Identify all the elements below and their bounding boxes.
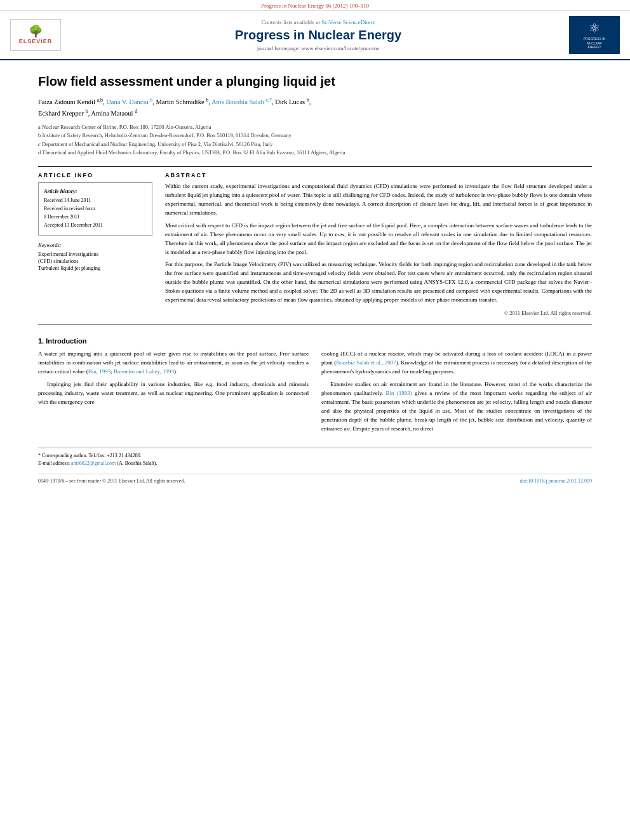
footnote-corresponding: * Corresponding author. Tel./fax: +213 2… — [38, 452, 592, 460]
article-info-label: ARTICLE INFO — [38, 172, 152, 178]
keywords-label: Keywords: — [38, 242, 152, 248]
intro-right-p2: Extensive studies on air entrainment are… — [321, 380, 592, 434]
journal-center-info: Contents lists available at SciVerse Sci… — [74, 19, 563, 51]
sciverse-label: Contents lists available at SciVerse Sci… — [74, 19, 563, 25]
homepage-line: journal homepage: www.elsevier.com/locat… — [74, 45, 563, 51]
footnote-email: E-mail address: anis6622@gmail.com (A. B… — [38, 460, 592, 467]
pne-logo: ⚛ PROGRESS INNUCLEARENERGY — [569, 16, 620, 54]
atom-icon: ⚛ — [589, 20, 600, 36]
journal-header: 🌳 ELSEVIER Contents lists available at S… — [0, 11, 630, 60]
copyright: © 2011 Elsevier Ltd. All rights reserved… — [165, 310, 592, 316]
journal-citation: Progress in Nuclear Energy 56 (2012) 100… — [261, 3, 369, 9]
abstract-divider — [38, 324, 592, 324]
article-info-col: ARTICLE INFO Article history: Received 1… — [38, 172, 152, 316]
email-link[interactable]: anis6622@gmail.com — [71, 460, 116, 466]
bousbia-link[interactable]: Bousbia Salah et al., 2007 — [336, 359, 396, 366]
abstract-p1: Within the current study, experimental i… — [165, 182, 592, 218]
keyword-2: (CFD) simulations — [38, 258, 152, 264]
affiliation-b: b Institute of Safety Research, Helmholt… — [38, 131, 592, 140]
authors-line: Faiza Zidouni Kendil a,b, Dana V. Danciu… — [38, 96, 592, 119]
article-info-abstract-section: ARTICLE INFO Article history: Received 1… — [38, 172, 592, 316]
abstract-p2: Most critical with respect to CFD is the… — [165, 222, 592, 257]
elsevier-logo-container: 🌳 ELSEVIER — [10, 19, 67, 51]
revised-date: 8 December 2011 — [44, 213, 147, 221]
author-name-1: Faiza Zidouni Kendil a,b, — [38, 98, 106, 105]
pne-logo-container: ⚛ PROGRESS INNUCLEARENERGY — [569, 16, 620, 54]
journal-citation-bar: Progress in Nuclear Energy 56 (2012) 100… — [0, 0, 630, 11]
keywords-box: Keywords: Experimental investigations (C… — [38, 242, 152, 271]
article-history-box: Article history: Received 14 June 2011 R… — [38, 182, 152, 236]
author-name-5: Dirk Lucas b, — [275, 98, 311, 105]
section-1-heading: 1. Introduction — [38, 337, 592, 345]
journal-title: Progress in Nuclear Energy — [74, 28, 563, 43]
abstract-p3: For this purpose, the Particle Image Vel… — [165, 260, 592, 305]
affiliation-d: d Theoretical and Applied Fluid Mechanic… — [38, 149, 592, 157]
author-name-2[interactable]: Dana V. Danciu b — [106, 98, 152, 105]
main-content: Flow field assessment under a plunging l… — [0, 60, 630, 497]
affiliation-a: a Nuclear Research Center of Birine, P.O… — [38, 123, 592, 132]
bin-1993-link[interactable]: Bin, 1993 — [88, 368, 111, 375]
bottom-bar: 0149-1970/$ – see front matter © 2011 El… — [38, 474, 592, 484]
corresponding-author: * Corresponding author. Tel./fax: +213 2… — [38, 453, 142, 458]
author-name-6: Eckhard Krepper b, Amina Mataoui d — [38, 110, 137, 117]
keyword-3: Turbulent liquid jet plunging — [38, 265, 152, 271]
one-word: One — [215, 390, 225, 396]
section-1-introduction: 1. Introduction A water jet impinging in… — [38, 337, 592, 437]
tree-icon: 🌳 — [29, 25, 43, 37]
bin-1993-link-2[interactable]: Bin (1993) — [386, 390, 412, 396]
received-date: Received 14 June 2011 — [44, 197, 147, 204]
abstract-label: ABSTRACT — [165, 172, 592, 178]
intro-left-p2: Impinging jets find their applicability … — [38, 380, 309, 407]
section-1-body: A water jet impinging into a quiescent p… — [38, 350, 592, 437]
revised-label: Received in revised form — [44, 205, 147, 213]
abstract-text: Within the current study, experimental i… — [165, 182, 592, 305]
elsevier-logo: 🌳 ELSEVIER — [10, 19, 61, 51]
affiliation-c: c Department of Mechanical and Nuclear E… — [38, 140, 592, 149]
paper-title: Flow field assessment under a plunging l… — [38, 73, 592, 90]
issn-text: 0149-1970/$ – see front matter © 2011 El… — [38, 478, 185, 484]
footnotes: * Corresponding author. Tel./fax: +213 2… — [38, 448, 592, 467]
pne-logo-text: PROGRESS INNUCLEARENERGY — [584, 37, 606, 50]
sciverse-link[interactable]: SciVerse ScienceDirect — [321, 19, 375, 25]
keyword-1: Experimental investigations — [38, 251, 152, 257]
elsevier-label: ELSEVIER — [19, 38, 53, 44]
author-name-3: Martin Schmidtke b, — [156, 98, 211, 105]
history-title: Article history: — [44, 188, 147, 194]
section-1-right-col: cooling (ECC) of a nuclear reactor, whic… — [321, 350, 592, 437]
section-1-left-col: A water jet impinging into a quiescent p… — [38, 350, 309, 437]
abstract-col: ABSTRACT Within the current study, exper… — [165, 172, 592, 316]
accepted-date: Accepted 13 December 2011 — [44, 222, 147, 229]
bonnetto-link[interactable]: Bonnetto and Lahey, 1993 — [114, 368, 174, 375]
intro-left-p1: A water jet impinging into a quiescent p… — [38, 350, 309, 377]
header-divider — [38, 166, 592, 167]
author-name-4[interactable]: Anis Bousbia Salah c,* — [211, 98, 272, 105]
intro-right-p1: cooling (ECC) of a nuclear reactor, whic… — [321, 350, 592, 377]
affiliations: a Nuclear Research Center of Birine, P.O… — [38, 123, 592, 157]
doi-link[interactable]: doi:10.1016/j.pnucene.2011.12.009 — [520, 478, 592, 484]
